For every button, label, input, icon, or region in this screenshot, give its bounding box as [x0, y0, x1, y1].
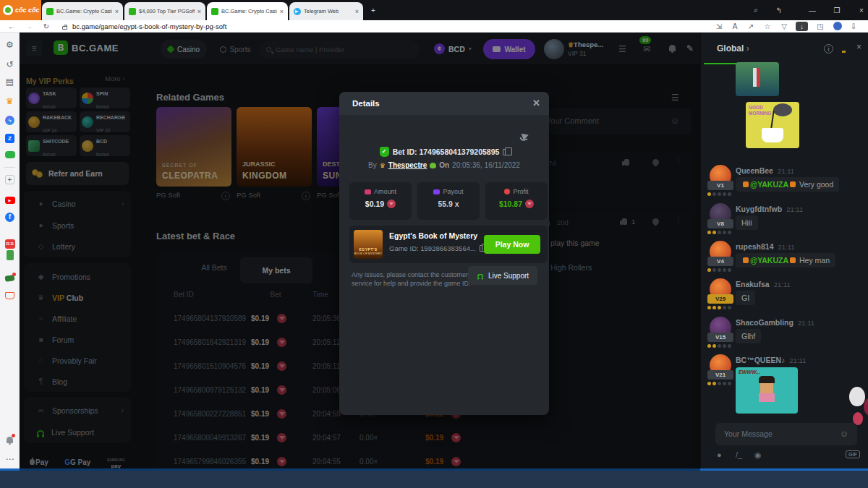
chat-username[interactable]: QueenBee21:11: [736, 166, 794, 175]
download-active-icon[interactable]: ↓: [796, 22, 808, 31]
window-close-button[interactable]: ×: [851, 0, 868, 20]
tab-title: BC.Game: Crypto Casino Gan: [221, 8, 277, 14]
vip-crown-icon[interactable]: ♛: [0, 96, 20, 106]
share-icon[interactable]: ↗: [745, 21, 757, 32]
recent-tabs-icon[interactable]: ↰: [768, 0, 790, 20]
youtube-icon[interactable]: ▶: [0, 194, 20, 204]
vip-progress-dots: [707, 306, 731, 309]
reading-list-icon[interactable]: ▤: [0, 77, 20, 87]
gif-picker-button[interactable]: GIF: [846, 450, 860, 458]
window-minimize-button[interactable]: —: [801, 0, 823, 20]
chat-message-input[interactable]: Your Message ☺: [715, 423, 857, 445]
adblock-shield-icon[interactable]: ▽: [778, 21, 790, 32]
emoji-smiley-icon[interactable]: ☺: [840, 423, 848, 445]
chat-room-selector[interactable]: Global ›: [717, 43, 749, 53]
coccoc-brand[interactable]: cốc cốc: [0, 0, 41, 20]
chat-message: V15 ShacoGambling21:11 Glhf: [701, 317, 868, 354]
chat-text: @YAKUZA Hey man: [736, 253, 835, 267]
modal-game-id: Game ID: 1592866383564...: [389, 244, 485, 252]
settings-gear-icon[interactable]: ⚙: [0, 40, 20, 50]
stat-amount: Amount $0.19: [349, 182, 412, 220]
copy-icon[interactable]: [503, 149, 509, 155]
browser-tab-2[interactable]: $4,000 Top Tier PGSoft Multi ×: [124, 2, 205, 20]
coin-drop-icon[interactable]: ◉: [754, 450, 762, 460]
games-gamepad-icon[interactable]: [0, 150, 20, 160]
browser-sidebar: ⚙ ↺ ▤ ♛ ϟ Z + ▶ f 25.11 ⋯: [0, 33, 20, 471]
chat-text: GI: [736, 291, 755, 305]
chat-gif-good-morning[interactable]: GOOD MORNING: [746, 102, 799, 148]
chat-image-message[interactable]: [736, 62, 779, 96]
badge-icon: [790, 257, 796, 263]
back-icon[interactable]: ←: [6, 21, 17, 32]
sale-25-11-icon[interactable]: 25.11: [0, 237, 20, 249]
chat-username[interactable]: rupesh81421:11: [736, 242, 795, 251]
translate-icon[interactable]: A: [729, 21, 741, 32]
sidebar-divider: [4, 167, 15, 168]
rain-drop-icon[interactable]: ●: [717, 450, 722, 459]
crown-icon: ♛: [380, 162, 386, 169]
battery-saver-icon[interactable]: [0, 250, 20, 262]
bookmark-star-icon[interactable]: ☆: [762, 21, 773, 32]
vip-level-badge: V8: [707, 219, 733, 228]
send-to-device-icon[interactable]: ⇲: [713, 21, 725, 32]
screen: cốc cốc BC.Game: Crypto Casino Gan × $4,…: [0, 0, 868, 488]
chat-message: V1 QueenBee21:11 @YAKUZA Very good: [701, 165, 868, 202]
chat-username[interactable]: Enakufsa21:11: [736, 280, 791, 288]
bet-user-link[interactable]: Thespectre: [388, 161, 427, 169]
chat-text: Hiii: [736, 215, 758, 230]
tab-close-icon[interactable]: ×: [355, 8, 359, 15]
slash-command-icon[interactable]: /_: [736, 450, 742, 459]
notifications-bell-icon[interactable]: [0, 435, 20, 445]
bet-datetime: 20:05:36, 16/11/2022: [452, 161, 520, 169]
chat-gif-ewww[interactable]: EWWW...: [736, 367, 798, 414]
add-shortcut-icon[interactable]: +: [0, 174, 20, 184]
modal-title: Details: [352, 99, 380, 108]
play-now-button[interactable]: Play Now: [484, 235, 540, 254]
bcgame-favicon: [211, 8, 218, 15]
coccoc-logo-icon: [3, 5, 13, 15]
new-tab-button[interactable]: +: [366, 0, 380, 20]
chat-rules-info-icon[interactable]: i: [824, 44, 833, 53]
browser-tab-3-active[interactable]: BC.Game: Crypto Casino Gan ×: [207, 2, 288, 20]
browser-profile-avatar[interactable]: [833, 22, 842, 30]
browser-tab-1[interactable]: BC.Game: Crypto Casino Gan ×: [42, 2, 123, 20]
reload-icon[interactable]: ↻: [41, 21, 52, 32]
tab-search-icon[interactable]: ⌕: [745, 0, 767, 20]
tab-title: $4,000 Top Tier PGSoft Multi: [139, 8, 195, 14]
tab-close-icon[interactable]: ×: [280, 8, 284, 15]
bcgame-favicon: [129, 8, 136, 15]
close-icon[interactable]: ✕: [532, 92, 540, 115]
facebook-icon[interactable]: f: [0, 211, 20, 222]
verified-shield-icon: ✓: [380, 147, 389, 157]
share-bet-icon[interactable]: [522, 132, 530, 140]
url-text[interactable]: bc.game/game/egypt-s-book-of-mystery-by-…: [72, 22, 226, 30]
browser-tab-4[interactable]: Telegram Web ×: [289, 2, 363, 20]
vip-level-badge: V4: [707, 257, 733, 266]
messenger-icon[interactable]: ϟ: [0, 114, 20, 125]
live-support-button[interactable]: Live Support: [468, 266, 537, 285]
history-icon[interactable]: ↺: [0, 59, 20, 69]
chat-username[interactable]: Kuygfdtnfwb21:11: [736, 205, 803, 213]
downloads-icon[interactable]: ⇩: [848, 21, 859, 32]
vip-level-badge: V15: [707, 333, 733, 342]
tab-close-icon[interactable]: ×: [115, 8, 119, 15]
vip-level-badge: V21: [707, 370, 733, 380]
window-maximize-button[interactable]: ❐: [826, 0, 848, 20]
more-options-icon[interactable]: ⋯: [0, 454, 20, 464]
stat-profit: Profit $10.87: [485, 182, 548, 220]
tab-close-icon[interactable]: ×: [197, 8, 201, 15]
shopping-cart-icon[interactable]: [0, 291, 20, 301]
extensions-puzzle-icon[interactable]: ◳: [814, 21, 826, 32]
stat-payout: Payout 55.9 x: [417, 182, 480, 220]
study-cap-icon[interactable]: [0, 273, 20, 283]
game-thumbnail[interactable]: EGYPT'S BOOK OF MYSTERY: [354, 230, 383, 259]
chat-username[interactable]: ShacoGambling21:11: [736, 318, 814, 327]
lock-icon: [62, 26, 67, 30]
chat-close-icon[interactable]: ×: [856, 42, 861, 52]
profit-icon: [504, 189, 510, 194]
forward-icon[interactable]: →: [23, 21, 35, 32]
chat-username[interactable]: BC™QUEEN♪21:11: [736, 356, 806, 364]
zalo-icon[interactable]: Z: [0, 132, 20, 143]
bcgame-app: ≡ B BC.GAME Casino Sports Game name | Pr…: [20, 33, 868, 471]
balloon-decoration: [849, 387, 865, 406]
